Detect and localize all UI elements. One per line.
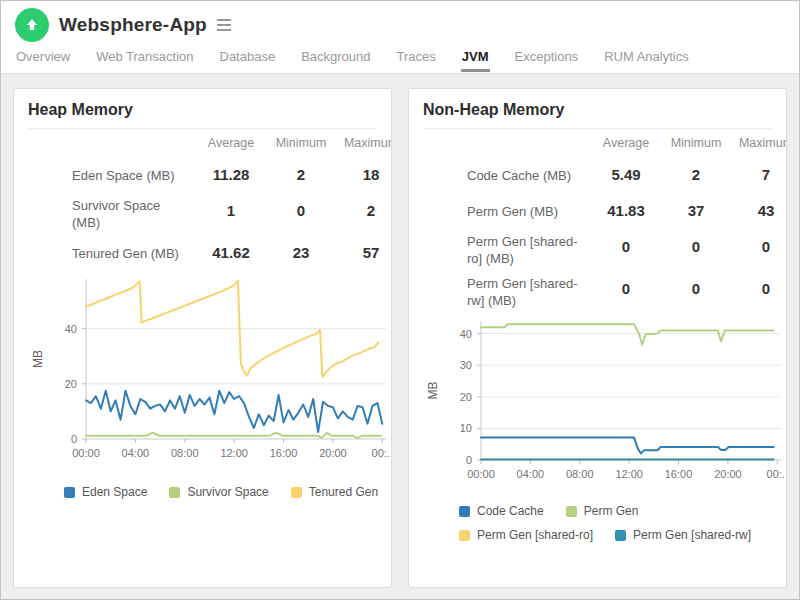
non-heap-memory-legend: Code CachePerm GenPerm Gen [shared-ro]Pe… [409, 504, 786, 542]
legend-swatch-icon [566, 506, 577, 517]
column-spacer [423, 129, 591, 157]
cell-maximum: 0 [731, 229, 787, 271]
legend-label: Perm Gen [shared-ro] [477, 528, 593, 542]
cell-maximum: 2 [336, 193, 392, 235]
cell-maximum: 18 [336, 157, 392, 193]
tab-jvm[interactable]: JVM [461, 45, 490, 72]
legend-swatch-icon [615, 530, 626, 541]
svg-text:16:00: 16:00 [270, 447, 298, 459]
svg-text:08:00: 08:00 [566, 468, 594, 480]
row-label: Perm Gen [shared-rw] (MB) [423, 271, 591, 313]
row-label: Eden Space (MB) [28, 157, 196, 193]
panel-title: Heap Memory [14, 89, 391, 128]
svg-text:00:..: 00:.. [372, 447, 392, 459]
legend-swatch-icon [169, 487, 180, 498]
tab-bar: Overview Web Transaction Database Backgr… [1, 45, 799, 74]
hamburger-menu-icon[interactable] [217, 19, 231, 31]
column-header-minimum: Minimum [661, 129, 731, 157]
legend-item[interactable]: Tenured Gen [291, 485, 378, 499]
svg-text:20: 20 [65, 378, 77, 390]
cell-average: 41.62 [196, 235, 266, 271]
title-row: Websphere-App [1, 1, 799, 45]
legend-swatch-icon [459, 530, 470, 541]
column-header-minimum: Minimum [266, 129, 336, 157]
tab-background[interactable]: Background [300, 45, 371, 72]
column-spacer [28, 129, 196, 157]
cell-maximum: 57 [336, 235, 392, 271]
legend-swatch-icon [459, 506, 470, 517]
legend-item[interactable]: Perm Gen [shared-ro] [459, 528, 593, 542]
page-title: Websphere-App [59, 14, 207, 36]
legend-item[interactable]: Perm Gen [shared-rw] [615, 528, 751, 542]
up-arrow-circle-icon [15, 8, 49, 42]
cell-minimum: 0 [661, 229, 731, 271]
cell-maximum: 0 [731, 271, 787, 313]
tab-overview[interactable]: Overview [15, 45, 71, 72]
svg-text:MB: MB [426, 382, 440, 400]
header: Websphere-App Overview Web Transaction D… [1, 1, 799, 74]
heap-memory-chart[interactable]: 0204000:0004:0008:0012:0016:0020:0000:..… [14, 271, 391, 471]
legend-row: Code CachePerm Gen [459, 504, 786, 518]
column-header-maximum: Maximum [336, 129, 392, 157]
row-label: Perm Gen [shared-ro] (MB) [423, 229, 591, 271]
cell-minimum: 37 [661, 193, 731, 229]
column-header-average: Average [591, 129, 661, 157]
legend-item[interactable]: Survivor Space [169, 485, 268, 499]
legend-label: Survivor Space [187, 485, 268, 499]
tab-database[interactable]: Database [219, 45, 277, 72]
cell-maximum: 7 [731, 157, 787, 193]
tab-traces[interactable]: Traces [396, 45, 437, 72]
tab-rum-analytics[interactable]: RUM Analytics [603, 45, 690, 72]
cell-minimum: 2 [661, 157, 731, 193]
svg-text:04:00: 04:00 [122, 447, 150, 459]
cell-minimum: 0 [661, 271, 731, 313]
svg-text:04:00: 04:00 [517, 468, 545, 480]
cell-average: 1 [196, 193, 266, 235]
legend-label: Perm Gen [584, 504, 639, 518]
up-arrow-glyph [24, 17, 40, 33]
legend-label: Perm Gen [shared-rw] [633, 528, 751, 542]
svg-text:30: 30 [460, 359, 472, 371]
cell-minimum: 0 [266, 193, 336, 235]
svg-text:20:00: 20:00 [714, 468, 742, 480]
legend-item[interactable]: Eden Space [64, 485, 147, 499]
column-header-maximum: Maximum [731, 129, 787, 157]
app-window: Websphere-App Overview Web Transaction D… [0, 0, 800, 600]
non-heap-stats-table: Average Minimum Maximum Code Cache (MB) … [409, 129, 786, 313]
row-label: Tenured Gen (MB) [28, 235, 196, 271]
legend-row: Perm Gen [shared-ro]Perm Gen [shared-rw] [459, 528, 786, 542]
legend-item[interactable]: Perm Gen [566, 504, 639, 518]
non-heap-memory-chart[interactable]: 01020304000:0004:0008:0012:0016:0020:000… [409, 313, 786, 492]
svg-text:0: 0 [71, 433, 77, 445]
tab-web-transaction[interactable]: Web Transaction [95, 45, 194, 72]
svg-text:20:00: 20:00 [319, 447, 347, 459]
svg-text:00:00: 00:00 [467, 468, 495, 480]
svg-text:12:00: 12:00 [615, 468, 643, 480]
cell-average: 0 [591, 271, 661, 313]
legend-item[interactable]: Code Cache [459, 504, 544, 518]
svg-text:08:00: 08:00 [171, 447, 199, 459]
legend-swatch-icon [64, 487, 75, 498]
legend-swatch-icon [291, 487, 302, 498]
row-label: Perm Gen (MB) [423, 193, 591, 229]
cell-minimum: 23 [266, 235, 336, 271]
tab-exceptions[interactable]: Exceptions [514, 45, 580, 72]
content-area: Heap Memory Average Minimum Maximum Eden… [1, 74, 799, 600]
legend-label: Tenured Gen [309, 485, 378, 499]
svg-text:MB: MB [31, 350, 45, 368]
legend-row: Eden SpaceSurvivor SpaceTenured Gen [64, 485, 391, 499]
heap-stats-table: Average Minimum Maximum Eden Space (MB) … [14, 129, 391, 271]
column-header-average: Average [196, 129, 266, 157]
svg-text:16:00: 16:00 [665, 468, 693, 480]
svg-text:40: 40 [460, 328, 472, 340]
row-label: Survivor Space (MB) [28, 193, 196, 235]
panel-title: Non-Heap Memory [409, 89, 786, 128]
row-label: Code Cache (MB) [423, 157, 591, 193]
cell-average: 11.28 [196, 157, 266, 193]
heap-memory-panel: Heap Memory Average Minimum Maximum Eden… [13, 88, 392, 588]
cell-average: 5.49 [591, 157, 661, 193]
heap-memory-legend: Eden SpaceSurvivor SpaceTenured Gen [14, 485, 391, 499]
legend-label: Code Cache [477, 504, 544, 518]
svg-text:20: 20 [460, 391, 472, 403]
svg-text:00:00: 00:00 [72, 447, 100, 459]
